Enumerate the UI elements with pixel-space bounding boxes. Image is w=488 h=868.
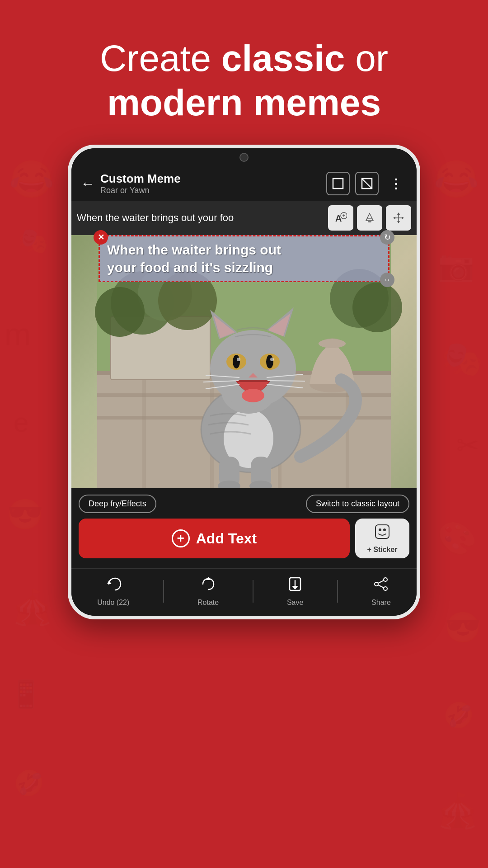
svg-point-51 (270, 358, 274, 361)
nav-rotate[interactable]: Rotate (197, 576, 219, 607)
text-input-bar: When the waiter brings out your foo A (71, 201, 417, 235)
svg-marker-12 (393, 217, 395, 219)
nav-save[interactable]: Save (287, 576, 303, 607)
svg-marker-13 (402, 217, 404, 219)
phone-side-button (418, 239, 420, 275)
color-picker-button[interactable] (357, 205, 382, 231)
svg-line-71 (378, 580, 384, 583)
rotate-icon (200, 576, 216, 596)
bottom-nav: Undo (22) Rotate Save (71, 568, 417, 616)
svg-point-49 (266, 355, 273, 368)
text-resize-handle[interactable]: ↔ (380, 273, 394, 287)
square-frame-button[interactable] (326, 172, 350, 195)
text-rotate-handle[interactable]: ↻ (380, 230, 394, 245)
phone-camera (239, 153, 249, 162)
svg-rect-7 (368, 221, 371, 222)
plus-icon: + (172, 529, 190, 547)
text-overlay-content: When the waiter brings out your food and… (107, 241, 381, 276)
sticker-label: + Sticker (367, 546, 397, 554)
header-line2: modern memes (0, 80, 488, 125)
svg-line-2 (362, 179, 372, 189)
undo-label: Undo (22) (97, 599, 129, 607)
svg-marker-10 (397, 212, 400, 215)
svg-line-58 (267, 381, 305, 381)
app-subtitle: Roar or Yawn (100, 186, 181, 195)
move-tool-button[interactable] (386, 205, 411, 231)
svg-rect-60 (375, 525, 389, 538)
rotate-label: Rotate (197, 599, 219, 607)
deep-fry-button[interactable]: Deep fry/Effects (79, 495, 156, 513)
svg-marker-11 (397, 221, 400, 223)
text-close-button[interactable]: ✕ (94, 230, 108, 245)
svg-point-69 (375, 582, 378, 586)
text-overlay[interactable]: ✕ ↻ When the waiter brings out your food… (99, 235, 389, 282)
action-row: + Add Text + Sticker (79, 519, 409, 558)
sticker-button[interactable]: + Sticker (355, 519, 409, 558)
nav-undo[interactable]: Undo (22) (97, 576, 129, 607)
more-options-button[interactable]: ⋮ (384, 172, 408, 195)
app-title: Custom Meme (100, 172, 181, 186)
header-line1: Create classic or (0, 36, 488, 80)
svg-rect-19 (142, 371, 146, 488)
save-icon (287, 576, 303, 596)
svg-point-62 (383, 528, 386, 531)
text-input-display[interactable]: When the waiter brings out your foo (77, 212, 324, 224)
svg-point-30 (95, 287, 145, 337)
svg-point-32 (352, 283, 402, 332)
app-header-right: ⋮ (326, 172, 408, 195)
svg-point-61 (379, 528, 381, 531)
bottom-controls: Deep fry/Effects Switch to classic layou… (71, 488, 417, 568)
add-text-button[interactable]: + Add Text (79, 519, 350, 558)
save-label: Save (287, 599, 303, 607)
svg-marker-67 (292, 586, 298, 590)
undo-icon (105, 576, 122, 596)
svg-point-53 (242, 389, 264, 402)
text-format-button[interactable]: A (328, 205, 353, 231)
app-header: ← Custom Meme Roar or Yawn ⋮ (71, 166, 417, 201)
svg-point-48 (233, 355, 240, 368)
svg-point-70 (384, 587, 387, 590)
svg-point-26 (319, 339, 346, 348)
switch-layout-button[interactable]: Switch to classic layout (306, 495, 409, 513)
effects-row: Deep fry/Effects Switch to classic layou… (79, 495, 409, 513)
svg-point-68 (384, 578, 387, 581)
share-icon (373, 576, 389, 596)
share-label: Share (371, 599, 391, 607)
app-title-group: Custom Meme Roar or Yawn (100, 172, 181, 195)
app-header-left: ← Custom Meme Roar or Yawn (80, 172, 181, 195)
phone-mockup: ← Custom Meme Roar or Yawn ⋮ When the (68, 145, 420, 619)
nav-share[interactable]: Share (371, 576, 391, 607)
crop-button[interactable] (355, 172, 379, 195)
meme-canvas[interactable]: ✕ ↻ When the waiter brings out your food… (71, 235, 417, 488)
header-section: Create classic or modern memes (0, 36, 488, 125)
nav-divider-1 (163, 580, 164, 603)
sticker-icon (374, 523, 391, 544)
phone-top-bar (71, 148, 417, 166)
nav-divider-3 (337, 580, 338, 603)
svg-rect-0 (333, 179, 343, 189)
nav-divider-2 (253, 580, 253, 603)
svg-point-50 (237, 358, 240, 361)
back-button[interactable]: ← (80, 176, 95, 191)
svg-line-72 (378, 585, 384, 588)
